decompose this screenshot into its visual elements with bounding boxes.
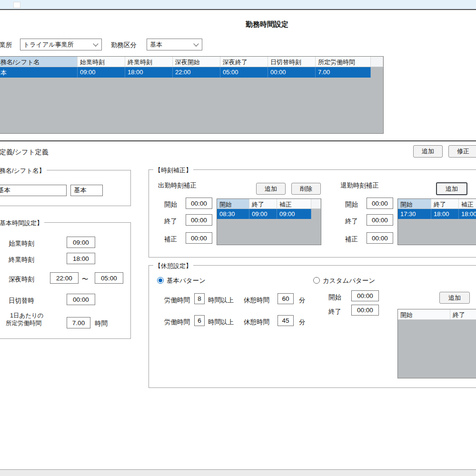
checkout-start-label: 開始 xyxy=(345,200,358,209)
checkout-fix-label: 補正 xyxy=(345,235,358,244)
shift-row-selected[interactable]: 基本 09:00 18:00 22:00 05:00 00:00 7.00 xyxy=(0,67,371,78)
checkin-cell-end: 09:00 xyxy=(249,209,277,219)
start-time-label: 始業時刻 xyxy=(9,239,34,248)
checkout-end-input[interactable] xyxy=(367,214,393,226)
checkin-col-start[interactable]: 開始 xyxy=(217,199,249,209)
minutes-unit-label: 分 xyxy=(299,296,306,305)
column-header-filler xyxy=(371,57,383,67)
checkin-fix-input[interactable] xyxy=(186,232,212,244)
column-header-end[interactable]: 終業時刻 xyxy=(125,57,173,67)
column-header-working-hours[interactable]: 所定労働時間 xyxy=(316,57,371,67)
cell-day-switch: 00:00 xyxy=(268,67,316,78)
division-select[interactable]: 基本 xyxy=(147,39,202,50)
checkin-cell-fix: 09:00 xyxy=(277,209,311,219)
work-hours-label: 労働時間 xyxy=(164,296,190,305)
custom-col-start[interactable]: 開始 xyxy=(398,309,450,320)
custom-start-label: 開始 xyxy=(328,293,341,302)
checkin-row-selected[interactable]: 08:30 09:00 09:00 xyxy=(217,209,311,219)
basic-time-group-title: 【基本時間設定】 xyxy=(0,219,44,228)
cell-start: 09:00 xyxy=(78,67,125,78)
work-hours-input[interactable] xyxy=(194,315,205,326)
break-minutes-input[interactable] xyxy=(278,315,294,326)
checkout-end-label: 終了 xyxy=(345,217,358,226)
custom-pattern-radio[interactable] xyxy=(313,277,320,284)
checkout-cell-end: 18:00 xyxy=(431,209,459,219)
basic-pattern-radio[interactable] xyxy=(157,277,164,284)
custom-col-end[interactable]: 終了 xyxy=(450,309,476,320)
division-value: 基本 xyxy=(150,40,162,49)
threshold-label: 時間以上 xyxy=(208,318,234,327)
checkin-col-end[interactable]: 終了 xyxy=(249,199,277,209)
work-hours-label: 労働時間 xyxy=(164,318,190,327)
checkout-cell-fix: 18:00 xyxy=(459,209,476,219)
daily-hours-label-line2: 所定労働時間 xyxy=(6,319,41,327)
custom-start-input[interactable] xyxy=(351,290,379,301)
shift-short-name-input[interactable] xyxy=(70,185,103,196)
break-minutes-input[interactable] xyxy=(278,293,294,304)
checkout-fix-input[interactable] xyxy=(367,232,393,244)
checkin-start-input[interactable] xyxy=(186,198,212,209)
night-start-input[interactable] xyxy=(50,272,79,284)
work-hours-input[interactable] xyxy=(194,293,205,304)
threshold-label: 時間以上 xyxy=(208,296,234,305)
checkin-end-label: 終了 xyxy=(164,217,177,226)
office-select[interactable]: トライアル事業所 xyxy=(20,39,102,50)
night-end-input[interactable] xyxy=(95,272,123,284)
break-time-label: 休憩時間 xyxy=(244,318,269,327)
start-time-input[interactable] xyxy=(67,237,95,248)
name-group-title: 【勤務名/シフト名】 xyxy=(0,167,47,175)
time-correction-group-title: 【時刻補正】 xyxy=(153,166,193,175)
custom-pattern-label: カスタムパターン xyxy=(323,277,375,285)
checkin-col-filler xyxy=(311,199,321,209)
cell-end: 18:00 xyxy=(125,67,173,78)
checkin-cell-start: 08:30 xyxy=(217,209,249,219)
checkout-correction-label: 退勤時刻補正 xyxy=(340,181,379,190)
checkout-add-button[interactable]: 追加 xyxy=(436,182,467,195)
shift-list-header: 勤務名/シフト名 始業時刻 終業時刻 深夜開始 深夜終了 日切替時刻 所定労働時… xyxy=(0,57,383,67)
day-switch-input[interactable] xyxy=(67,294,95,305)
custom-end-label: 終了 xyxy=(328,307,341,316)
section-divider xyxy=(0,140,476,141)
checkin-correction-label: 出勤時刻補正 xyxy=(158,181,197,190)
office-label: 事業所 xyxy=(0,41,12,50)
column-header-night-start[interactable]: 深夜開始 xyxy=(173,57,220,67)
daily-hours-input[interactable] xyxy=(67,317,90,328)
checkin-col-fix[interactable]: 補正 xyxy=(277,199,311,209)
break-time-label: 休憩時間 xyxy=(244,296,269,305)
checkout-col-fix[interactable]: 補正 xyxy=(459,199,476,209)
checkout-row-selected[interactable]: 17:30 18:00 18:00 xyxy=(398,209,476,219)
checkin-end-input[interactable] xyxy=(186,214,212,226)
column-header-day-switch[interactable]: 日切替時刻 xyxy=(268,57,316,67)
checkout-col-end[interactable]: 終了 xyxy=(431,199,459,209)
checkout-col-start[interactable]: 開始 xyxy=(398,199,431,209)
end-time-label: 終業時刻 xyxy=(9,256,34,264)
checkout-start-input[interactable] xyxy=(367,198,393,209)
chevron-down-icon xyxy=(93,41,98,46)
cell-night-start: 22:00 xyxy=(173,67,220,78)
custom-add-button[interactable]: 追加 xyxy=(439,292,470,304)
chevron-down-icon xyxy=(193,41,198,46)
daily-hours-label-line1: 1日あたりの xyxy=(10,312,44,320)
cell-name: 基本 xyxy=(0,67,78,78)
custom-end-input[interactable] xyxy=(351,305,379,316)
definition-section-label: 勤務定義/シフト定義 xyxy=(0,148,49,157)
column-header-start[interactable]: 始業時刻 xyxy=(78,57,125,67)
end-time-input[interactable] xyxy=(67,253,95,264)
window-bottom-edge xyxy=(0,469,476,476)
column-header-night-end[interactable]: 深夜終了 xyxy=(220,57,268,67)
shift-name-input[interactable] xyxy=(0,185,67,196)
basic-pattern-label: 基本パターン xyxy=(167,277,206,285)
office-value: トライアル事業所 xyxy=(23,40,74,49)
column-header-name[interactable]: 勤務名/シフト名 xyxy=(0,57,78,67)
cell-night-end: 05:00 xyxy=(220,67,268,78)
daily-hours-unit: 時間 xyxy=(95,319,108,328)
checkin-delete-button[interactable]: 削除 xyxy=(291,183,321,195)
checkin-add-button[interactable]: 追加 xyxy=(256,183,286,195)
page-title: 勤務時間設定 xyxy=(0,20,476,29)
app-window: 勤務時間設定 事業所 トライアル事業所 勤務区分 基本 勤務名/シフト名 始業時… xyxy=(0,0,476,476)
edit-definition-button[interactable]: 修正 xyxy=(448,145,476,158)
title-bar xyxy=(0,0,476,10)
day-switch-label: 日切替時 xyxy=(9,297,34,305)
add-definition-button[interactable]: 追加 xyxy=(413,145,443,158)
checkin-start-label: 開始 xyxy=(164,200,177,209)
